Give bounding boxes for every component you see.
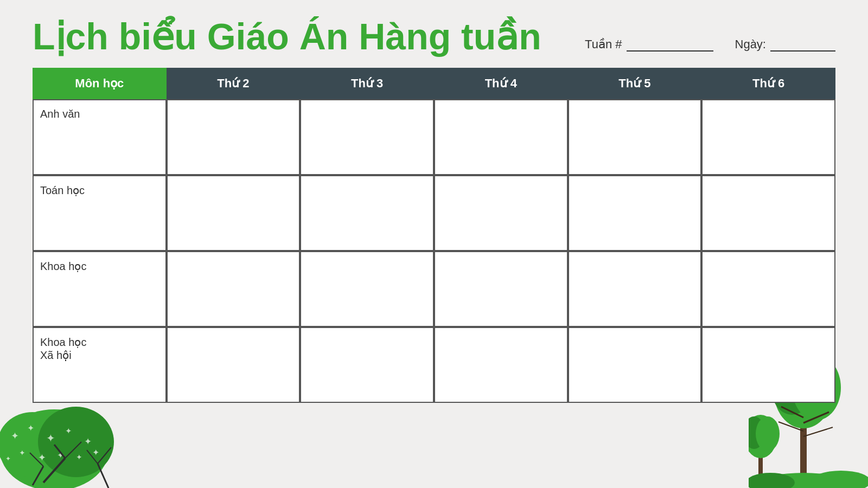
svg-text:✦: ✦ xyxy=(38,452,46,463)
svg-line-21 xyxy=(98,447,111,464)
week-input-line[interactable] xyxy=(627,38,713,52)
schedule-table: Môn học Thứ 2 Thứ 3 Thứ 4 Thứ 5 Thứ 6 An… xyxy=(33,68,835,403)
col-header-thu3: Thứ 3 xyxy=(300,68,434,99)
cell-row1-col0[interactable] xyxy=(167,175,301,251)
svg-line-19 xyxy=(98,464,108,488)
date-label: Ngày: xyxy=(735,37,766,52)
cell-row0-col4[interactable] xyxy=(701,99,835,175)
svg-line-17 xyxy=(33,466,43,485)
svg-line-27 xyxy=(803,412,829,423)
col-header-thu2: Thứ 2 xyxy=(167,68,301,99)
table-row: Khoa họcXã hội xyxy=(33,327,835,403)
svg-text:✦: ✦ xyxy=(65,427,72,435)
date-input-line[interactable] xyxy=(770,38,835,52)
cell-row2-col4[interactable] xyxy=(701,251,835,327)
table-row: Toán học xyxy=(33,175,835,251)
svg-text:✦: ✦ xyxy=(46,432,55,444)
cell-row3-col2[interactable] xyxy=(434,327,568,403)
col-header-thu4: Thứ 4 xyxy=(434,68,568,99)
cell-row2-col0[interactable] xyxy=(167,251,301,327)
svg-point-0 xyxy=(0,409,108,488)
svg-text:✦: ✦ xyxy=(84,436,92,447)
page-title: Lịch biểu Giáo Án Hàng tuần xyxy=(33,16,541,57)
svg-line-18 xyxy=(30,453,43,466)
svg-point-33 xyxy=(756,416,780,451)
cell-row1-col4[interactable] xyxy=(701,175,835,251)
svg-line-20 xyxy=(87,450,98,464)
svg-text:✦: ✦ xyxy=(76,453,82,461)
header-fields: Tuần # Ngày: xyxy=(585,37,835,57)
main-container: Lịch biểu Giáo Án Hàng tuần Tuần # Ngày:… xyxy=(0,0,868,414)
svg-text:✦: ✦ xyxy=(5,455,11,463)
svg-text:✦: ✦ xyxy=(57,451,64,460)
svg-text:✦: ✦ xyxy=(19,449,25,457)
cell-row3-col0[interactable] xyxy=(167,327,301,403)
svg-text:✦: ✦ xyxy=(92,448,99,457)
subject-cell-1: Toán học xyxy=(33,175,167,251)
week-label: Tuần # xyxy=(585,37,622,52)
table-header-row: Môn học Thứ 2 Thứ 3 Thứ 4 Thứ 5 Thứ 6 xyxy=(33,68,835,99)
date-field-group: Ngày: xyxy=(735,37,835,52)
cell-row1-col1[interactable] xyxy=(300,175,434,251)
cell-row0-col3[interactable] xyxy=(568,99,702,175)
subject-cell-2: Khoa học xyxy=(33,251,167,327)
svg-rect-30 xyxy=(758,445,763,488)
col-header-thu6: Thứ 6 xyxy=(701,68,835,99)
cell-row1-col2[interactable] xyxy=(434,175,568,251)
svg-point-36 xyxy=(811,471,868,488)
svg-point-2 xyxy=(38,407,114,477)
svg-text:✦: ✦ xyxy=(11,431,19,441)
cell-row3-col3[interactable] xyxy=(568,327,702,403)
cell-row2-col3[interactable] xyxy=(568,251,702,327)
svg-rect-22 xyxy=(800,401,807,488)
cell-row2-col2[interactable] xyxy=(434,251,568,327)
cell-row3-col1[interactable] xyxy=(300,327,434,403)
svg-text:✦: ✦ xyxy=(27,423,34,433)
cell-row3-col4[interactable] xyxy=(701,327,835,403)
svg-line-28 xyxy=(778,422,803,431)
svg-line-16 xyxy=(65,442,81,458)
svg-point-35 xyxy=(749,473,795,488)
table-row: Anh văn xyxy=(33,99,835,175)
cell-row0-col0[interactable] xyxy=(167,99,301,175)
col-header-subject: Môn học xyxy=(33,68,167,99)
cell-row2-col1[interactable] xyxy=(300,251,434,327)
svg-point-32 xyxy=(749,416,765,449)
svg-point-31 xyxy=(749,415,777,458)
svg-line-14 xyxy=(43,458,65,483)
cell-row0-col2[interactable] xyxy=(434,99,568,175)
header-row: Lịch biểu Giáo Án Hàng tuần Tuần # Ngày: xyxy=(33,16,835,57)
subject-cell-3: Khoa họcXã hội xyxy=(33,327,167,403)
subject-cell-0: Anh văn xyxy=(33,99,167,175)
col-header-thu5: Thứ 5 xyxy=(568,68,702,99)
week-field-group: Tuần # xyxy=(585,37,713,52)
table-row: Khoa học xyxy=(33,251,835,327)
svg-point-34 xyxy=(760,473,847,488)
svg-line-29 xyxy=(803,427,833,436)
svg-point-1 xyxy=(0,412,68,477)
svg-line-15 xyxy=(54,445,65,458)
cell-row0-col1[interactable] xyxy=(300,99,434,175)
cell-row1-col3[interactable] xyxy=(568,175,702,251)
